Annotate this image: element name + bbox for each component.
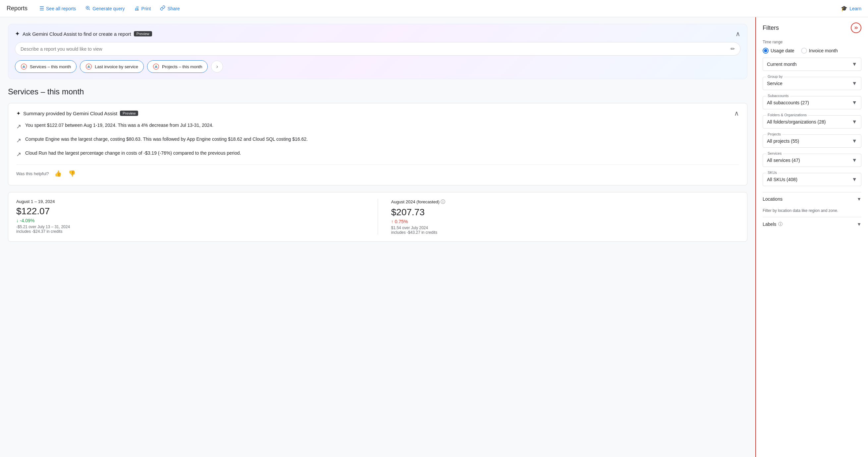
chip-last-invoice[interactable]: Last invoice by service	[80, 60, 144, 73]
share-icon	[160, 5, 165, 12]
forecasted-sub: includes -$43.27 in credits	[391, 230, 740, 235]
current-change-label: -$5.21 over July 13 – 31, 2024	[16, 225, 365, 229]
locations-sub: Filter by location data like region and …	[763, 206, 861, 217]
group-by-dropdown[interactable]: Group by Service ▼	[763, 77, 861, 90]
print-label: Print	[142, 6, 151, 11]
current-month-value: Current month	[767, 62, 797, 67]
current-sub: includes -$24.37 in credits	[16, 229, 365, 234]
folders-dropdown[interactable]: Folders & Organizations All folders/orga…	[763, 115, 861, 129]
learn-link[interactable]: 🎓 Learn	[841, 5, 861, 11]
summary-text-2: Compute Engine was the largest charge, c…	[25, 136, 308, 143]
chip-services-label: Services – this month	[30, 64, 71, 69]
generate-query-link[interactable]: Generate query	[85, 5, 125, 12]
summary-header: ✦ Summary provided by Gemini Cloud Assis…	[16, 110, 739, 117]
services-field-label: Services	[766, 151, 783, 155]
learn-icon: 🎓	[841, 5, 847, 11]
current-month-dropdown[interactable]: Current month ▼	[763, 58, 861, 71]
folders-value: All folders/organizations (28)	[767, 119, 826, 125]
current-period-stat: August 1 – 19, 2024 $122.07 ↓ -4.09% -$5…	[16, 199, 365, 235]
up-arrow-icon: ↑	[391, 219, 394, 224]
trend-icon-2: ↗	[16, 136, 21, 145]
gcp-logo-icon	[21, 63, 27, 70]
labels-chevron-icon: ▼	[857, 222, 861, 227]
thumbs-down-button[interactable]: 👎	[67, 169, 77, 178]
chips-next-button[interactable]: ›	[211, 61, 223, 72]
labels-label-text: Labels	[763, 222, 776, 227]
edit-icon: ✏	[731, 46, 735, 52]
list-icon: ☰	[39, 5, 44, 11]
stats-divider	[378, 199, 378, 235]
summary-title-text: Summary provided by Gemini Cloud Assist	[23, 110, 117, 116]
time-range-section: Time range Usage date Invoice month Curr…	[763, 40, 861, 71]
folders-field-label: Folders & Organizations	[766, 113, 808, 117]
main-layout: ✦ Ask Gemini Cloud Assist to find or cre…	[0, 17, 868, 457]
forecasted-amount: $207.73	[391, 207, 740, 218]
projects-dropdown[interactable]: Projects All projects (55) ▼	[763, 134, 861, 148]
services-dropdown[interactable]: Services All services (47) ▼	[763, 154, 861, 167]
down-arrow-icon: ↓	[16, 218, 19, 223]
sparkle-icon: ✦	[15, 30, 20, 37]
services-value: All services (47)	[767, 158, 800, 163]
stats-row: August 1 – 19, 2024 $122.07 ↓ -4.09% -$5…	[8, 192, 747, 242]
summary-text-3: Cloud Run had the largest percentage cha…	[25, 150, 241, 157]
group-by-field-label: Group by	[766, 74, 784, 78]
summary-item-1: ↗ You spent $122.07 between Aug 1-19, 20…	[16, 122, 739, 131]
chip-services-month[interactable]: Services – this month	[15, 60, 76, 73]
labels-label: Labels ⓘ	[763, 221, 782, 227]
skus-section: SKUs All SKUs (408) ▼	[763, 173, 861, 186]
search-bar[interactable]: ✏	[15, 42, 740, 56]
forecasted-change-label: $1.54 over July 2024	[391, 226, 740, 230]
forecasted-stat: August 2024 (forecasted) ⓘ $207.73 ↑ 0.7…	[391, 199, 740, 235]
summary-item-3: ↗ Cloud Run had the largest percentage c…	[16, 150, 739, 159]
feedback-label: Was this helpful?	[16, 171, 49, 176]
summary-title: ✦ Summary provided by Gemini Cloud Assis…	[16, 110, 138, 117]
collapse-summary-button[interactable]: ∧	[734, 110, 739, 117]
print-link[interactable]: 🖨 Print	[134, 6, 151, 11]
usage-date-label: Usage date	[771, 48, 795, 53]
invoice-month-radio[interactable]: Invoice month	[801, 48, 838, 54]
subaccounts-dropdown[interactable]: Subaccounts All subaccounts (27) ▼	[763, 96, 861, 109]
group-by-value: Service	[767, 81, 782, 86]
current-change-pct: -4.09%	[20, 218, 34, 223]
current-change: ↓ -4.09%	[16, 218, 365, 223]
subaccounts-arrow-icon: ▼	[852, 100, 857, 106]
locations-collapsible[interactable]: Locations ▼	[763, 192, 861, 206]
collapse-filters-button[interactable]	[851, 23, 861, 33]
query-icon	[85, 5, 90, 12]
projects-section: Projects All projects (55) ▼	[763, 134, 861, 148]
filters-title: Filters	[763, 25, 779, 31]
search-input[interactable]	[21, 46, 731, 52]
summary-card: ✦ Summary provided by Gemini Cloud Assis…	[8, 103, 747, 186]
group-by-arrow-icon: ▼	[852, 80, 857, 87]
projects-field-label: Projects	[766, 132, 782, 136]
invoice-month-radio-circle	[801, 48, 807, 54]
gemini-title: ✦ Ask Gemini Cloud Assist to find or cre…	[15, 30, 152, 37]
forecasted-change-pct: 0.75%	[395, 219, 408, 224]
services-arrow-icon: ▼	[852, 157, 857, 163]
collapse-gemini-button[interactable]: ∧	[736, 30, 740, 37]
projects-value: All projects (55)	[767, 138, 799, 144]
thumbs-up-button[interactable]: 👍	[53, 169, 63, 178]
gemini-title-text: Ask Gemini Cloud Assist to find or creat…	[23, 31, 131, 37]
group-by-section: Group by Service ▼	[763, 77, 861, 90]
summary-preview-badge: Preview	[120, 110, 138, 116]
top-navigation: Reports ☰ See all reports Generate query…	[0, 0, 868, 17]
invoice-month-label: Invoice month	[809, 48, 838, 53]
folders-arrow-icon: ▼	[852, 119, 857, 125]
see-all-reports-link[interactable]: ☰ See all reports	[39, 5, 76, 11]
info-icon[interactable]: ⓘ	[441, 199, 445, 204]
usage-date-radio[interactable]: Usage date	[763, 48, 795, 54]
subaccounts-field-label: Subaccounts	[766, 94, 790, 98]
locations-label-text: Locations	[763, 196, 782, 202]
chip-projects-label: Projects – this month	[162, 64, 202, 69]
forecasted-change: ↑ 0.75%	[391, 219, 740, 224]
chip-projects-month[interactable]: Projects – this month	[147, 60, 208, 73]
trend-icon-1: ↗	[16, 122, 21, 131]
print-icon: 🖨	[134, 6, 140, 11]
skus-value: All SKUs (408)	[767, 177, 798, 182]
labels-collapsible[interactable]: Labels ⓘ ▼	[763, 217, 861, 231]
time-range-radio-group: Usage date Invoice month	[763, 48, 861, 54]
skus-dropdown[interactable]: SKUs All SKUs (408) ▼	[763, 173, 861, 186]
skus-arrow-icon: ▼	[852, 176, 857, 183]
share-link[interactable]: Share	[160, 5, 180, 12]
